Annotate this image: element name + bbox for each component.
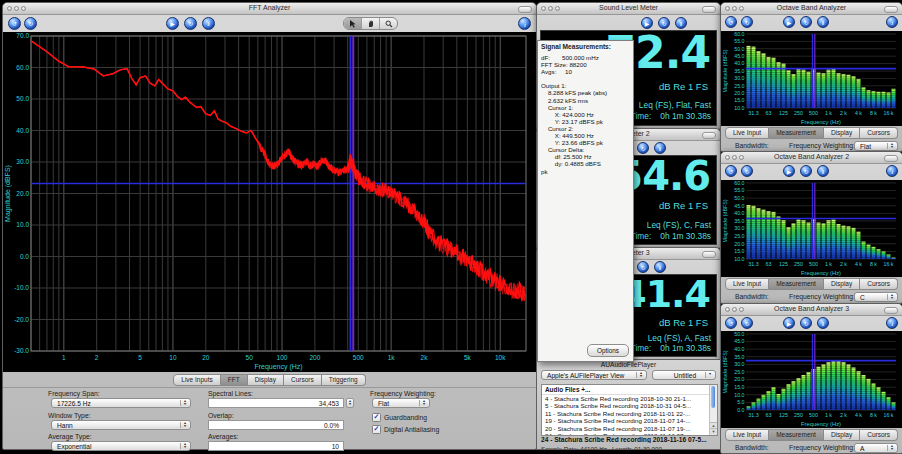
scrollbar[interactable]: ▲ ▼ <box>709 385 717 435</box>
oba1-tab-cursors[interactable]: Cursors <box>860 278 898 290</box>
frequency-weighting-label: Frequency Weighting: <box>370 390 436 397</box>
options-button[interactable]: Options <box>587 344 629 357</box>
list-item[interactable]: 4 - Stachura Scribe Red recording 2018-1… <box>542 395 709 402</box>
fft-spectrum-plot[interactable]: -30.0-20.0-10.00.010.020.030.040.050.060… <box>3 32 536 372</box>
guardbanding-row: ✓ Guardbanding <box>372 413 427 422</box>
spectral-lines-field[interactable]: 34,453 <box>208 398 344 408</box>
restart-button[interactable]: ↻ <box>800 165 812 177</box>
octave-bar-chart[interactable]: 0.05.010.015.020.025.030.035.040.045.050… <box>721 331 902 428</box>
octave-bar-chart[interactable]: 10.015.020.025.030.035.040.045.050.055.0… <box>721 31 902 126</box>
hand-tool-icon[interactable] <box>362 18 380 29</box>
oba2-tab-display[interactable]: Display <box>824 429 860 441</box>
list-item[interactable]: 24 - Stachura Scribe Red recording 2018-… <box>542 432 709 435</box>
cursor-tool-icon[interactable] <box>344 18 362 29</box>
toolbar-pill-button[interactable] <box>884 307 898 314</box>
oba-titlebar[interactable]: Octave Band Analyzer 3 <box>721 304 902 316</box>
toolbar-pill-button[interactable] <box>518 6 532 13</box>
svg-text:500: 500 <box>809 412 818 418</box>
pause-button[interactable]: ‖ <box>202 17 215 30</box>
oba0-tab-display[interactable]: Display <box>824 127 860 139</box>
fft-titlebar[interactable]: FFT Analyzer <box>3 3 536 15</box>
elapsed-time-row: Time: 0h 1m 30.38s <box>631 343 711 353</box>
restart-button[interactable]: ↻ <box>184 17 197 30</box>
oba2-tab-measurement[interactable]: Measurement <box>769 429 824 441</box>
fft-tab-triggering[interactable]: Triggering <box>322 374 366 386</box>
oba-frequency-weighting-select[interactable]: Flat▲▼ <box>854 141 898 151</box>
oba2-tab-cursors[interactable]: Cursors <box>860 429 898 441</box>
play-button[interactable]: ▶ <box>783 165 795 177</box>
measurement-readouts: dF: 500.000 mHz FFT Size: 88200 Avgs: 10… <box>541 54 631 175</box>
nav-back-button[interactable]: ↺ <box>725 165 737 177</box>
oba0-tab-measurement[interactable]: Measurement <box>769 127 824 139</box>
bandwidth-label: Bandwidth: <box>735 444 769 451</box>
toolbar-pill-button[interactable] <box>884 6 898 13</box>
pause-button[interactable]: ‖ <box>817 16 829 28</box>
nav-forward-button[interactable]: ↻ <box>741 317 753 329</box>
info-button[interactable]: i <box>886 317 898 329</box>
zoom-tool-icon[interactable] <box>380 18 397 29</box>
oba-frequency-weighting-select[interactable]: C▲▼ <box>854 292 898 302</box>
nav-back-button[interactable]: ↺ <box>725 317 737 329</box>
play-button[interactable]: ▶ <box>166 17 179 30</box>
window-type-select[interactable]: Hann▲▼ <box>51 420 191 430</box>
toolbar-pill-button[interactable] <box>884 155 898 162</box>
fft-tab-cursors[interactable]: Cursors <box>284 374 322 386</box>
scroll-down-button[interactable]: ▼ <box>710 428 717 435</box>
fft-toolbar: ↺ ↻ ▶ ↻ ‖ i <box>3 15 536 32</box>
oba-titlebar[interactable]: Octave Band Analyzer <box>721 3 902 15</box>
average-type-label: Average Type: <box>48 433 92 440</box>
nav-back-button[interactable]: ↺ <box>725 16 737 28</box>
toolbar-pill-button[interactable] <box>702 251 716 258</box>
nav-forward-button[interactable]: ↻ <box>741 165 753 177</box>
info-button[interactable]: i <box>518 17 531 30</box>
svg-text:20.0: 20.0 <box>16 190 29 197</box>
length-label: Length: <box>612 445 633 450</box>
slm-titlebar[interactable]: Sound Level Meter <box>537 3 720 15</box>
oba0-tab-live-input[interactable]: Live Input <box>725 127 769 139</box>
oba1-tab-display[interactable]: Display <box>824 278 860 290</box>
play-button[interactable]: ▶ <box>783 317 795 329</box>
nav-forward-button[interactable]: ↻ <box>741 16 753 28</box>
audio-file-list[interactable]: Audio Files +... 4 - Stachura Scribe Red… <box>541 384 718 436</box>
guardbanding-checkbox[interactable]: ✓ <box>372 413 381 422</box>
pause-button[interactable]: ‖ <box>817 165 829 177</box>
overlap-field[interactable]: 0.0% <box>208 420 344 430</box>
nav-back-button[interactable]: ↺ <box>8 17 21 30</box>
preset-select[interactable]: Untitled▼ <box>652 370 716 380</box>
fft-tab-live-inputs[interactable]: Live Inputs <box>173 374 220 386</box>
pause-button[interactable]: ‖ <box>817 317 829 329</box>
oba-frequency-weighting-select[interactable]: A▲▼ <box>854 443 898 453</box>
oba0-tab-cursors[interactable]: Cursors <box>860 127 898 139</box>
nav-forward-button[interactable]: ↻ <box>24 17 37 30</box>
svg-text:2: 2 <box>95 354 99 361</box>
svg-text:2 k: 2 k <box>840 110 847 116</box>
list-item[interactable]: 5 - Stachura Scribe Red recording 2018-1… <box>542 402 709 409</box>
fft-tab-display[interactable]: Display <box>248 374 284 386</box>
octave-bar-chart[interactable]: 10.015.020.025.030.035.040.045.050.055.0… <box>721 180 902 277</box>
oba-titlebar[interactable]: Octave Band Analyzer 2 <box>721 152 902 164</box>
desktop: { "fft": { "title": "FFT Analyzer", "tab… <box>0 0 902 454</box>
oba2-tab-live-input[interactable]: Live Input <box>725 429 769 441</box>
toolbar-pill-button[interactable] <box>702 132 716 139</box>
info-button[interactable]: i <box>886 16 898 28</box>
list-item[interactable]: 20 - Stachura Scribe Red recording 2018-… <box>542 425 709 432</box>
toolbar-pill-button[interactable] <box>702 6 716 13</box>
list-item[interactable]: 19 - Stachura Scribe Red recording 2018-… <box>542 417 709 424</box>
frequency-span-select[interactable]: 17226.5 Hz▲▼ <box>51 398 191 408</box>
restart-button[interactable]: ↻ <box>800 317 812 329</box>
average-type-select[interactable]: Exponential▲▼ <box>51 441 191 451</box>
svg-text:45.0: 45.0 <box>734 338 744 344</box>
oba1-tab-live-input[interactable]: Live Input <box>725 278 769 290</box>
scrollbar-thumb[interactable] <box>711 386 715 408</box>
info-button[interactable]: i <box>886 165 898 177</box>
play-button[interactable]: ▶ <box>783 16 795 28</box>
oba1-tab-measurement[interactable]: Measurement <box>769 278 824 290</box>
restart-button[interactable]: ↻ <box>800 16 812 28</box>
frequency-weighting-select[interactable]: Flat▲▼ <box>372 398 430 408</box>
digital-antialiasing-checkbox[interactable]: ✓ <box>372 425 381 434</box>
spectral-lines-stepper[interactable]: ▲▼ <box>346 398 354 408</box>
view-select[interactable]: Apple's AUFilePlayer View▲▼ <box>541 370 647 380</box>
fft-tab-fft[interactable]: FFT <box>221 374 248 386</box>
list-item[interactable]: 11 - Stachura Scribe Red recording 2018-… <box>542 410 709 417</box>
averages-field[interactable]: 10 <box>208 441 344 451</box>
